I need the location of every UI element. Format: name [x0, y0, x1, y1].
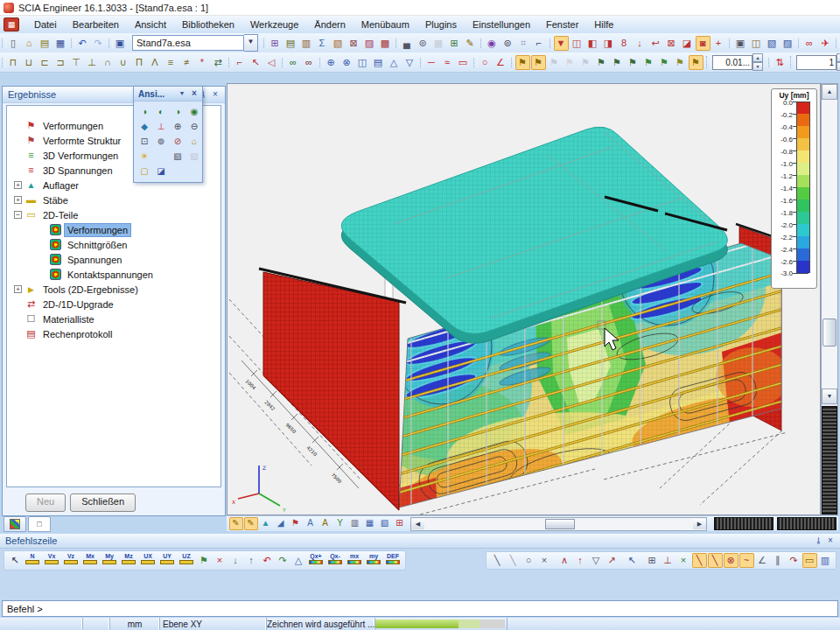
trim-tool-icon[interactable]: ◁ — [264, 55, 279, 70]
edit-document-icon[interactable]: ✎ — [463, 36, 478, 51]
scale-reset-icon[interactable]: ⇅ — [773, 55, 788, 70]
node-display-icon[interactable]: ⊐ — [53, 55, 68, 70]
deselect-all-icon[interactable]: ⊠ — [664, 36, 679, 51]
view-previous-icon[interactable]: ▧ — [171, 150, 186, 164]
panel-close-icon[interactable]: × — [209, 89, 221, 101]
snap-endpoint-icon[interactable]: ╲ — [692, 553, 707, 568]
cursor-snap-settings-icon[interactable]: ↖ — [625, 553, 640, 568]
tab-properties[interactable] — [4, 516, 26, 532]
menu-item[interactable]: Plugins — [417, 18, 465, 32]
undo-icon[interactable]: ↶ — [75, 36, 90, 51]
snap-grid-icon[interactable]: ⊞ — [645, 553, 660, 568]
draw-angle-icon[interactable]: ∠ — [494, 55, 508, 70]
select-polyline-icon[interactable]: ↓ — [633, 36, 648, 51]
multiplier-up-icon[interactable]: ▲ — [836, 53, 840, 62]
scroll-up-icon[interactable]: ▲ — [822, 84, 837, 100]
result-component-button[interactable]: UY — [158, 552, 176, 569]
snap-intersection-icon[interactable]: × — [676, 553, 691, 568]
layer-flag-9-icon[interactable]: ⚑ — [657, 55, 672, 70]
layer-flag-3-icon[interactable]: ⚑ — [563, 55, 578, 70]
layer-flag-5-icon[interactable]: ⚑ — [594, 55, 609, 70]
scroll-right-icon[interactable]: ▶ — [693, 519, 706, 529]
result-scale-value[interactable]: 0.01... — [712, 55, 752, 70]
delete-results-icon[interactable]: × — [213, 553, 228, 568]
iso-surface-icon[interactable]: △ — [291, 553, 306, 568]
refresh-results-icon[interactable]: ↓ — [228, 553, 243, 568]
clipboard-icon[interactable]: ▧ — [331, 36, 346, 51]
snap-ortho-icon[interactable]: ⊥ — [661, 553, 676, 568]
supports-toggle-icon[interactable]: ▲ — [259, 517, 273, 530]
surfaces-display-icon[interactable]: ≡ — [164, 55, 178, 70]
layer-flag-1-icon[interactable]: ⚑ — [531, 55, 546, 70]
tree-expander[interactable]: + — [14, 181, 22, 189]
result-component-button[interactable]: Mz — [120, 552, 137, 569]
menu-item[interactable]: Bearbeiten — [65, 18, 127, 32]
layers-manager-icon[interactable]: ▤ — [284, 36, 298, 51]
dropdown-ar춰row-icon[interactable]: ▼ — [244, 34, 258, 52]
select-zero-icon[interactable]: ◙ — [696, 36, 710, 51]
layer-flag-6-icon[interactable]: ⚑ — [610, 55, 625, 70]
snap-line-light-icon[interactable]: ╲ — [506, 553, 521, 568]
layer-flag-10-icon[interactable]: ⚑ — [673, 55, 688, 70]
menu-item[interactable]: Einstellungen — [465, 18, 538, 32]
tree-item[interactable]: + Tools (2D-Ergebnisse) — [7, 282, 220, 297]
result-component-button[interactable]: Mx — [81, 552, 99, 569]
tree-expander[interactable]: + — [14, 196, 22, 204]
grid-ruler-icon[interactable]: ⌗ — [516, 36, 531, 51]
command-input[interactable]: Befehl > — [2, 600, 838, 617]
text-highlight-icon[interactable]: A — [318, 517, 332, 530]
structure-nodes-icon[interactable]: Λ — [148, 55, 163, 70]
rendered-view-icon[interactable]: ⊔ — [22, 55, 37, 70]
labels-flag-icon[interactable]: ⚑ — [289, 517, 303, 530]
recalc-members-icon[interactable]: ▽ — [402, 55, 417, 70]
window-copy-icon[interactable]: ◫ — [749, 36, 764, 51]
project-data-icon[interactable]: ⊞ — [268, 36, 283, 51]
contour-display-button[interactable]: my — [365, 552, 382, 569]
snap-circle-icon[interactable]: ○ — [522, 553, 536, 568]
results-table-icon[interactable]: ▦ — [363, 517, 377, 530]
select-remove-icon[interactable]: ◧ — [585, 36, 600, 51]
animation-bar-left[interactable] — [714, 517, 774, 530]
snap-length-icon[interactable]: ▭ — [802, 553, 817, 568]
contour-display-button[interactable]: DEF — [384, 552, 402, 569]
menu-item[interactable]: Datei — [26, 18, 65, 32]
zoom-out-icon[interactable]: ⊖ — [187, 120, 202, 134]
result-component-button[interactable]: N — [24, 552, 41, 569]
supports-display-icon[interactable]: ⊥ — [85, 55, 100, 70]
select-invert-icon[interactable]: ◨ — [601, 36, 616, 51]
tree-expander[interactable]: + — [14, 285, 22, 293]
snap-polygon-icon[interactable]: ▽ — [589, 553, 604, 568]
result-component-button[interactable]: Vx — [43, 552, 60, 569]
notebook-icon[interactable]: ▥ — [348, 517, 362, 530]
view-next-icon[interactable]: ▧ — [187, 150, 202, 164]
snap-perpendicular-icon[interactable]: ∠ — [755, 553, 770, 568]
view-3d-window-icon[interactable]: ◪ — [154, 164, 169, 178]
disconnect-members-icon[interactable]: ∞ — [302, 55, 317, 70]
gallery-blocks-icon[interactable]: ▨ — [780, 36, 795, 51]
snap-parallel-icon[interactable]: ∥ — [771, 553, 786, 568]
scale-down-icon[interactable]: ▼ — [752, 62, 763, 71]
redo-icon[interactable]: ↷ — [91, 36, 106, 51]
tree-item[interactable]: Schnittgrößen — [7, 237, 220, 252]
zoom-in-icon[interactable]: ⊕ — [171, 120, 186, 134]
vscroll-thumb[interactable] — [822, 318, 836, 346]
dimension-tool-icon[interactable]: ⌐ — [532, 36, 547, 51]
tree-item[interactable]: 2D-/1D-Upgrade — [7, 297, 220, 312]
layer-flag-0-icon[interactable]: ⚑ — [515, 55, 530, 70]
paperspace-gallery-icon[interactable]: ▩ — [378, 36, 393, 51]
hscroll-thumb[interactable] — [545, 519, 575, 529]
cursor-tool-icon[interactable]: ↖ — [248, 55, 263, 70]
member-system-line-icon[interactable]: ⊤ — [69, 55, 84, 70]
xml-io-icon[interactable]: Σ — [315, 36, 330, 51]
move-node-icon[interactable]: ◫ — [355, 55, 370, 70]
navigation-cube-strip[interactable] — [822, 406, 837, 514]
new-button[interactable]: Neu — [25, 494, 66, 512]
tree-item[interactable]: Materialliste — [7, 312, 220, 326]
menu-item[interactable]: Werkzeuge — [242, 18, 306, 32]
add-node-icon[interactable]: ⊕ — [324, 55, 339, 70]
fast-drawing-alt-icon[interactable]: ✎ — [244, 517, 258, 530]
table-input-icon[interactable]: ▤ — [371, 55, 386, 70]
view-axo-icon[interactable]: ◉ — [187, 105, 202, 119]
palette-spacer[interactable] — [154, 150, 169, 164]
fast-drawing-icon[interactable]: ✎ — [229, 517, 243, 530]
